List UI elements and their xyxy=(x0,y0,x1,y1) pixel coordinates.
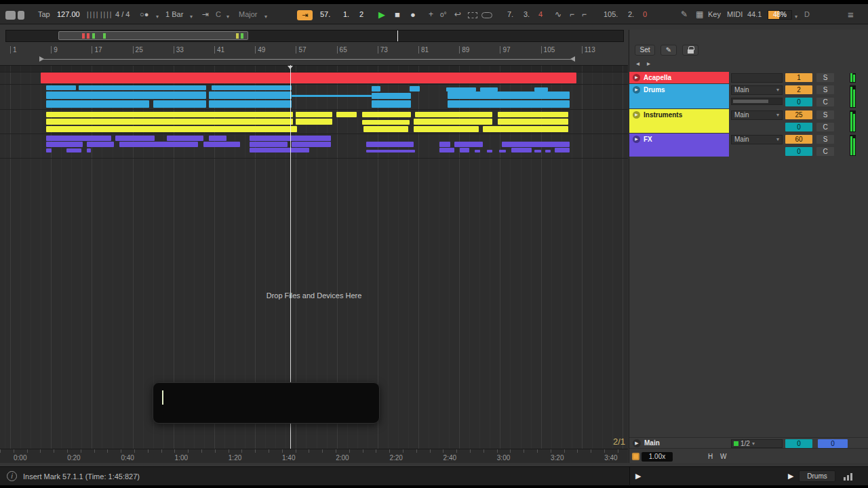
grid-quantize-select[interactable]: 1/2 ▾ xyxy=(731,439,783,448)
tempo-display[interactable]: 127.00 xyxy=(57,9,80,20)
arrangement-position-sixteenths[interactable]: 2 xyxy=(359,9,363,20)
solo-button[interactable]: S xyxy=(816,135,834,144)
track-value[interactable]: 1 xyxy=(785,73,812,82)
track-header-acapella[interactable]: ▶ Acapella 1 S xyxy=(629,72,868,84)
play-button[interactable]: ▶ xyxy=(378,9,385,20)
loop-line[interactable] xyxy=(41,59,574,60)
track-header-drums[interactable]: ▶ Drums Main▾ 2 S 0 C xyxy=(629,84,868,109)
text-entry-overlay[interactable] xyxy=(153,382,380,424)
quantize-value[interactable]: 1 Bar xyxy=(165,9,183,20)
time-label: 0:20 xyxy=(67,454,80,462)
preview-track-name[interactable]: Drums xyxy=(799,470,835,482)
time-signature[interactable]: 4 / 4 xyxy=(115,9,130,20)
quantize-menu-icon[interactable]: ○● xyxy=(140,9,149,20)
chevron-down-icon[interactable]: ▾ xyxy=(795,12,797,22)
playback-speed[interactable]: 1.00x xyxy=(642,452,673,462)
midi-overdub-icon[interactable]: o° xyxy=(440,9,447,20)
bar-number: 73 xyxy=(378,46,388,54)
preview-play-icon[interactable]: ▶ xyxy=(635,472,641,481)
main-track-row[interactable]: ▶ Main 1/2 ▾ 0 0 xyxy=(629,437,868,449)
draw-steps-icon[interactable]: ⌐ xyxy=(582,9,587,20)
solo-button[interactable]: S xyxy=(816,110,834,119)
info-icon[interactable]: i xyxy=(7,471,17,481)
loop-switch-icon[interactable] xyxy=(481,12,492,18)
track-value[interactable]: 25 xyxy=(785,110,812,119)
track-color-bar[interactable]: ▶ Instruments xyxy=(629,109,729,133)
pan-value[interactable]: 0 xyxy=(785,98,812,106)
hamburger-menu-icon[interactable]: ≡ xyxy=(848,9,854,20)
pan-value[interactable]: 0 xyxy=(785,147,812,156)
overview-strip[interactable] xyxy=(5,30,624,42)
solo-button[interactable]: S xyxy=(816,85,834,94)
loop-length-bars[interactable]: 105. xyxy=(604,9,618,20)
text-cursor xyxy=(162,390,163,405)
stop-button[interactable]: ■ xyxy=(395,9,400,20)
chevron-down-icon: ▾ xyxy=(190,12,193,22)
warp-icon[interactable] xyxy=(632,453,639,460)
record-button[interactable]: ● xyxy=(410,9,416,20)
playhead-marker[interactable] xyxy=(288,66,293,69)
track-header-instruments[interactable]: ▶ Instruments Main▾ 25 S 0 C xyxy=(629,109,868,134)
window-controls-icon[interactable] xyxy=(5,11,26,21)
output-routing-select[interactable]: Main▾ xyxy=(731,85,783,95)
tap-button[interactable]: Tap xyxy=(38,9,50,20)
track-slider[interactable] xyxy=(731,98,783,105)
time-ruler[interactable]: 0:000:200:401:001:201:402:002:202:403:00… xyxy=(0,449,628,463)
midi-map-button[interactable]: MIDI xyxy=(727,9,743,20)
chevron-down-icon: ▾ xyxy=(156,12,159,22)
loop-start-bars[interactable]: 7. xyxy=(507,9,513,20)
draw-mode-pencil-icon[interactable]: ✎ xyxy=(681,9,688,20)
routing-box[interactable] xyxy=(731,73,783,83)
arrangement-follow-button[interactable]: ⇥ xyxy=(297,10,313,20)
overdub-plus-icon[interactable]: + xyxy=(429,9,433,20)
scroll-left-button[interactable]: ◂ xyxy=(636,60,639,67)
follow-icon[interactable]: ⇥ xyxy=(202,9,209,20)
level-meter xyxy=(850,110,856,132)
set-button[interactable]: Set xyxy=(635,45,655,56)
arrangement-position-bars[interactable]: 57. xyxy=(320,9,330,20)
pan-value[interactable]: 0 xyxy=(785,123,812,131)
track-type-icon: ▶ xyxy=(633,86,640,94)
preview-track-play-icon[interactable]: ▶ xyxy=(788,472,793,481)
scroll-right-button[interactable]: ▸ xyxy=(647,60,650,67)
loop-start-triangle[interactable] xyxy=(39,56,44,62)
loop-length-beats[interactable]: 2. xyxy=(628,9,634,20)
fade-curve-icon[interactable]: ∿ xyxy=(555,9,561,20)
disk-overload-indicator: D xyxy=(804,9,810,20)
arrangement-position-beats[interactable]: 1. xyxy=(343,9,349,20)
bar-ruler[interactable]: 191725334149576573818997105113 xyxy=(0,45,628,56)
loop-start-sixteenths[interactable]: 4 xyxy=(538,9,542,20)
track-value[interactable]: 2 xyxy=(785,85,812,94)
pencil-button[interactable]: ✎ xyxy=(660,45,677,56)
key-map-button[interactable]: Key xyxy=(708,9,721,20)
lock-button[interactable] xyxy=(682,45,698,56)
track-color-bar[interactable]: ▶ FX xyxy=(629,134,729,157)
solo-button[interactable]: S xyxy=(816,73,834,82)
punch-region-icon[interactable] xyxy=(468,12,477,18)
track-value[interactable]: 60 xyxy=(785,135,812,144)
height-zoom-button[interactable]: H xyxy=(708,453,713,460)
main-volume-value[interactable]: 0 xyxy=(818,439,848,448)
back-to-arrangement-icon[interactable]: ↩ xyxy=(454,9,461,20)
computer-midi-keyboard-icon[interactable]: ▦ xyxy=(696,9,703,20)
key-root-select[interactable]: C xyxy=(216,9,221,20)
output-routing-select[interactable]: Main▾ xyxy=(731,135,783,144)
crossfade-button[interactable]: C xyxy=(816,147,834,156)
crossfade-button[interactable]: C xyxy=(816,98,834,106)
loop-length-sixteenths[interactable]: 0 xyxy=(643,9,647,20)
metronome-icon[interactable]: |||| xyxy=(87,9,99,20)
width-zoom-button[interactable]: W xyxy=(720,453,726,460)
loop-end-triangle[interactable] xyxy=(570,56,575,62)
track-color-bar[interactable]: ▶ Acapella xyxy=(629,72,729,83)
main-pan-value[interactable]: 0 xyxy=(785,439,812,448)
bar-number: 97 xyxy=(500,46,510,54)
scale-select[interactable]: Major xyxy=(239,9,258,20)
crossfade-button[interactable]: C xyxy=(816,123,834,131)
track-color-bar[interactable]: ▶ Drums xyxy=(629,84,729,108)
scrub-area[interactable] xyxy=(0,65,628,72)
draw-steps-icon[interactable]: ⌐ xyxy=(570,9,574,20)
loop-start-beats[interactable]: 3. xyxy=(524,9,530,20)
track-header-fx[interactable]: ▶ FX Main▾ 60 S 0 C xyxy=(629,134,868,157)
output-routing-select[interactable]: Main▾ xyxy=(731,110,783,120)
groove-icon[interactable]: |||| xyxy=(100,9,113,20)
